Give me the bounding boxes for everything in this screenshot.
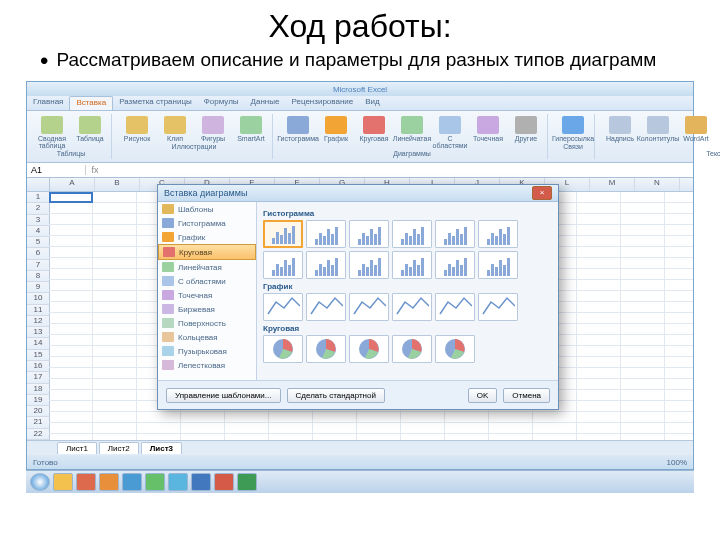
- sheet-tab[interactable]: Лист1: [57, 442, 97, 454]
- row-header[interactable]: 19: [27, 395, 50, 406]
- chart-thumb[interactable]: [392, 335, 432, 363]
- row-header[interactable]: 2: [27, 203, 50, 214]
- row-header[interactable]: 14: [27, 338, 50, 349]
- row-header[interactable]: 21: [27, 417, 50, 428]
- ribbon-button[interactable]: Рисунок: [120, 116, 154, 142]
- spreadsheet-grid[interactable]: 12345678910111213141516171819202122 Вста…: [27, 192, 693, 440]
- ribbon-button[interactable]: Точечная: [471, 116, 505, 149]
- sheet-tab[interactable]: Лист2: [99, 442, 139, 454]
- chart-thumb[interactable]: [263, 220, 303, 248]
- chart-thumb[interactable]: [435, 293, 475, 321]
- ribbon-button[interactable]: Клип: [158, 116, 192, 142]
- ribbon-button[interactable]: Круговая: [357, 116, 391, 149]
- chart-thumb[interactable]: [478, 251, 518, 279]
- cancel-button[interactable]: Отмена: [503, 388, 550, 403]
- ribbon-button[interactable]: Другие: [509, 116, 543, 149]
- ribbon-tab[interactable]: Вид: [359, 96, 385, 110]
- chart-category-item[interactable]: Кольцевая: [158, 330, 256, 344]
- taskbar-icon[interactable]: [76, 473, 96, 491]
- chart-category-item[interactable]: Биржевая: [158, 302, 256, 316]
- sheet-tab[interactable]: Лист3: [141, 442, 182, 454]
- zoom-level[interactable]: 100%: [667, 458, 687, 467]
- close-icon[interactable]: ×: [532, 186, 552, 200]
- chart-thumb[interactable]: [435, 251, 475, 279]
- taskbar-icon[interactable]: [122, 473, 142, 491]
- ribbon-tab[interactable]: Главная: [27, 96, 69, 110]
- chart-thumb[interactable]: [263, 251, 303, 279]
- chart-thumb[interactable]: [263, 293, 303, 321]
- chart-category-item[interactable]: Шаблоны: [158, 202, 256, 216]
- ribbon-tab[interactable]: Разметка страницы: [113, 96, 198, 110]
- ribbon-tab[interactable]: Формулы: [198, 96, 245, 110]
- taskbar-icon[interactable]: [145, 473, 165, 491]
- chart-category-item[interactable]: Гистограмма: [158, 216, 256, 230]
- column-header[interactable]: N: [635, 178, 680, 191]
- formula-bar[interactable]: A1 fx: [27, 163, 693, 178]
- column-header[interactable]: B: [95, 178, 140, 191]
- row-header[interactable]: 10: [27, 293, 50, 304]
- dialog-titlebar[interactable]: Вставка диаграммы ×: [158, 185, 558, 202]
- chart-thumb[interactable]: [392, 251, 432, 279]
- row-header[interactable]: 11: [27, 305, 50, 316]
- chart-thumb[interactable]: [349, 251, 389, 279]
- chart-category-item[interactable]: Лепестковая: [158, 358, 256, 372]
- row-header[interactable]: 5: [27, 237, 50, 248]
- start-button-icon[interactable]: [30, 473, 50, 491]
- fx-icon[interactable]: fx: [86, 165, 104, 175]
- taskbar-icon[interactable]: [214, 473, 234, 491]
- row-header[interactable]: 12: [27, 316, 50, 327]
- taskbar-icon[interactable]: [53, 473, 73, 491]
- ribbon-button[interactable]: Фигуры: [196, 116, 230, 142]
- ribbon-tab[interactable]: Вставка: [69, 96, 113, 110]
- chart-category-item[interactable]: Пузырьковая: [158, 344, 256, 358]
- ribbon-button[interactable]: Таблица: [73, 116, 107, 149]
- chart-thumb[interactable]: [478, 293, 518, 321]
- set-default-button[interactable]: Сделать стандартной: [287, 388, 385, 403]
- chart-thumb[interactable]: [306, 293, 346, 321]
- column-header[interactable]: A: [50, 178, 95, 191]
- ribbon-tab[interactable]: Рецензирование: [285, 96, 359, 110]
- chart-thumb[interactable]: [349, 293, 389, 321]
- row-header[interactable]: 4: [27, 226, 50, 237]
- row-header[interactable]: 15: [27, 350, 50, 361]
- chart-thumb[interactable]: [392, 220, 432, 248]
- row-header[interactable]: 20: [27, 406, 50, 417]
- chart-thumb[interactable]: [306, 251, 346, 279]
- column-header[interactable]: M: [590, 178, 635, 191]
- chart-category-item[interactable]: График: [158, 230, 256, 244]
- manage-templates-button[interactable]: Управление шаблонами...: [166, 388, 281, 403]
- ok-button[interactable]: OK: [468, 388, 498, 403]
- chart-thumb[interactable]: [392, 293, 432, 321]
- chart-thumb[interactable]: [349, 220, 389, 248]
- chart-thumb[interactable]: [349, 335, 389, 363]
- row-header[interactable]: 8: [27, 271, 50, 282]
- row-header[interactable]: 3: [27, 215, 50, 226]
- chart-category-item[interactable]: Точечная: [158, 288, 256, 302]
- chart-thumb[interactable]: [306, 220, 346, 248]
- ribbon-tab[interactable]: Данные: [245, 96, 286, 110]
- chart-thumb[interactable]: [478, 220, 518, 248]
- taskbar-icon[interactable]: [168, 473, 188, 491]
- chart-category-item[interactable]: Круговая: [158, 244, 256, 260]
- row-header[interactable]: 22: [27, 429, 50, 440]
- ribbon-button[interactable]: Линейчатая: [395, 116, 429, 149]
- row-header[interactable]: 13: [27, 327, 50, 338]
- ribbon-button[interactable]: Надпись: [603, 116, 637, 149]
- row-header[interactable]: 1: [27, 192, 50, 203]
- chart-category-item[interactable]: С областями: [158, 274, 256, 288]
- row-header[interactable]: 7: [27, 260, 50, 271]
- ribbon-button[interactable]: SmartArt: [234, 116, 268, 142]
- chart-thumb[interactable]: [435, 220, 475, 248]
- chart-thumb[interactable]: [263, 335, 303, 363]
- ribbon-button[interactable]: Сводная таблица: [35, 116, 69, 149]
- taskbar-icon[interactable]: [237, 473, 257, 491]
- selected-cell[interactable]: [49, 192, 93, 203]
- row-header[interactable]: 9: [27, 282, 50, 293]
- chart-category-item[interactable]: Поверхность: [158, 316, 256, 330]
- chart-thumb[interactable]: [306, 335, 346, 363]
- ribbon-button[interactable]: Гиперссылка: [556, 116, 590, 142]
- row-header[interactable]: 6: [27, 248, 50, 259]
- ribbon-button[interactable]: График: [319, 116, 353, 149]
- name-box[interactable]: A1: [27, 165, 86, 175]
- row-header[interactable]: 17: [27, 372, 50, 383]
